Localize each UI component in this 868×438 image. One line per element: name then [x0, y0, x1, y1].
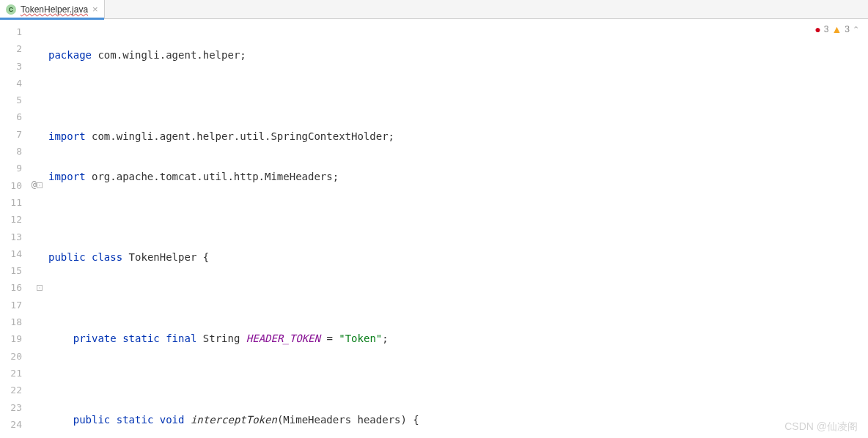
code-line[interactable]: [43, 290, 868, 307]
line-number: 18: [0, 313, 43, 330]
watermark: CSDN @仙凌阁: [784, 420, 858, 434]
code-editor[interactable]: package com.wingli.agent.helper; import …: [43, 19, 868, 438]
gutter[interactable]: 1 2 3 4 5 6 7 8 9 10@- 11 12 13 14 15 16…: [0, 19, 43, 438]
line-number: 21: [0, 365, 43, 382]
line-number: 13: [0, 229, 43, 245]
java-class-icon: C: [6, 4, 16, 15]
code-line[interactable]: private static final String HEADER_TOKEN…: [43, 330, 868, 347]
line-number: 19: [0, 330, 43, 347]
fold-icon[interactable]: -: [37, 182, 43, 188]
line-number: 23: [0, 399, 43, 416]
line-number: 22: [0, 382, 43, 398]
line-number: 17: [0, 297, 43, 313]
code-line[interactable]: import com.wingli.agent.helper.util.Spri…: [43, 128, 868, 145]
line-number: 6: [0, 108, 43, 125]
line-number: 11: [0, 194, 43, 211]
editor-tab[interactable]: C TokenHelper.java ×: [0, 0, 105, 19]
code-line[interactable]: public class TokenHelper {: [43, 249, 868, 266]
override-marker-icon[interactable]: @: [32, 177, 37, 194]
line-number: 12: [0, 211, 43, 228]
editor-area: 1 2 3 4 5 6 7 8 9 10@- 11 12 13 14 15 16…: [0, 19, 868, 438]
code-line[interactable]: [43, 371, 868, 387]
line-number: 20: [0, 348, 43, 365]
code-line[interactable]: [43, 87, 868, 104]
code-line[interactable]: [43, 209, 868, 226]
line-number: 8: [0, 143, 43, 160]
fold-icon[interactable]: -: [37, 285, 43, 291]
line-number: 5: [0, 92, 43, 108]
line-number: 7: [0, 126, 43, 143]
tab-bar: C TokenHelper.java ×: [0, 0, 868, 19]
close-icon[interactable]: ×: [92, 4, 98, 15]
scrollbar[interactable]: [861, 38, 868, 438]
code-line[interactable]: import org.apache.tomcat.util.http.MimeH…: [43, 168, 868, 185]
line-number: 24: [0, 416, 43, 433]
line-number: 9: [0, 160, 43, 177]
code-line[interactable]: package com.wingli.agent.helper;: [43, 47, 868, 64]
tab-filename: TokenHelper.java: [21, 4, 88, 15]
line-number: 4: [0, 75, 43, 92]
line-number: 15: [0, 262, 43, 279]
line-number: 14: [0, 245, 43, 262]
code-line[interactable]: public static void interceptToken(MimeHe…: [43, 412, 868, 428]
line-number: 3: [0, 58, 43, 75]
line-number: 2: [0, 40, 43, 57]
line-number: 1: [0, 23, 43, 40]
